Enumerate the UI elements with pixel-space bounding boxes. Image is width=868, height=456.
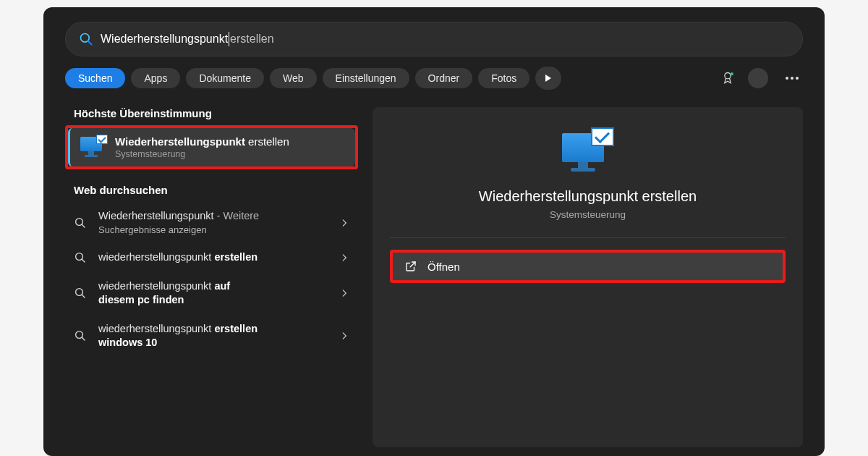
search-icon [74, 329, 87, 342]
search-icon [74, 251, 87, 264]
svg-line-11 [82, 338, 85, 341]
tab-web[interactable]: Web [270, 68, 317, 88]
open-external-icon [404, 260, 417, 273]
divider [390, 237, 786, 238]
search-icon [79, 32, 93, 46]
search-icon [74, 287, 87, 300]
svg-line-5 [82, 224, 85, 227]
svg-point-2 [725, 73, 731, 79]
preview-subtitle: Systemsteuerung [390, 209, 786, 220]
web-result-3[interactable]: wiederherstellungspunkt auf diesem pc fi… [65, 272, 358, 315]
tab-folders[interactable]: Ordner [415, 68, 473, 88]
restore-point-icon [562, 127, 614, 174]
chevron-right-icon [339, 253, 349, 263]
more-menu-icon[interactable] [781, 72, 803, 84]
chevron-right-icon [339, 218, 349, 228]
search-icon [74, 216, 87, 229]
rewards-icon[interactable] [720, 71, 735, 85]
chevron-right-icon [339, 288, 349, 298]
filter-tabs: Suchen Apps Dokumente Web Einstellungen … [65, 67, 803, 90]
best-match-header: Höchste Übereinstimmung [65, 107, 358, 119]
tab-photos[interactable]: Fotos [478, 68, 529, 88]
svg-point-3 [731, 72, 733, 75]
tab-more[interactable] [535, 67, 561, 90]
web-result-4[interactable]: wiederherstellungspunkt erstellen window… [65, 315, 358, 358]
search-bar[interactable]: Wiederherstellungspunkterstellen [65, 22, 803, 56]
play-icon [545, 75, 551, 82]
best-match-subtitle: Systemsteuerung [115, 149, 289, 159]
best-match-highlight: Wiederherstellungspunkt erstellen System… [65, 125, 358, 169]
preview-title: Wiederherstellungspunkt erstellen [390, 188, 786, 205]
svg-line-1 [88, 41, 92, 45]
tab-documents[interactable]: Dokumente [186, 68, 264, 88]
search-window: Wiederherstellungspunkterstellen Suchen … [43, 7, 825, 456]
restore-point-icon [80, 137, 105, 159]
web-result-2[interactable]: wiederherstellungspunkt erstellen [65, 243, 358, 272]
best-match-title: Wiederherstellungspunkt erstellen [115, 135, 289, 148]
tab-search[interactable]: Suchen [65, 68, 125, 88]
preview-panel: Wiederherstellungspunkt erstellen System… [373, 107, 803, 447]
search-input[interactable]: Wiederherstellungspunkterstellen [101, 32, 274, 46]
chevron-right-icon [339, 331, 349, 341]
avatar[interactable] [748, 68, 768, 88]
web-result-1[interactable]: Wiederherstellungspunkt - Weitere Sucher… [65, 202, 358, 243]
tab-apps[interactable]: Apps [131, 68, 180, 88]
results-column: Höchste Übereinstimmung Wiederherstellun… [65, 107, 358, 456]
svg-line-7 [82, 259, 85, 262]
open-label: Öffnen [427, 261, 460, 273]
svg-line-9 [82, 295, 85, 297]
open-button[interactable]: Öffnen [390, 250, 786, 283]
tab-settings[interactable]: Einstellungen [323, 68, 409, 88]
web-search-header: Web durchsuchen [65, 184, 358, 196]
best-match-item[interactable]: Wiederherstellungspunkt erstellen System… [68, 128, 355, 166]
